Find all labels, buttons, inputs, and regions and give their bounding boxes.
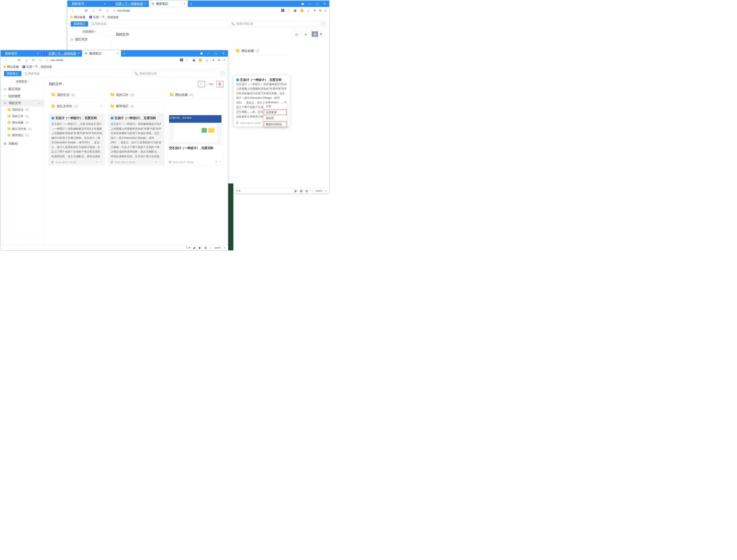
filter-dropdown[interactable]: 全部类型 ▾ [1, 78, 44, 86]
note-app-icon[interactable]: 📒 [198, 58, 202, 62]
menu-icon[interactable]: ≡ [324, 9, 326, 12]
menu-move-to[interactable]: 移动至 [263, 115, 287, 121]
note-card[interactable]: ✓互设计（一种设计）_百度百科 交互设计（一种设计）语音编辑锁定讨论4上传视频上… [108, 114, 164, 165]
stack-button[interactable]: ≋ [302, 31, 309, 38]
note-card[interactable]: ✓互设计（一种设计）_百度百科 交互设计（一种设计）_百度百科交互设计（一种设计… [49, 114, 105, 165]
open-icon[interactable]: ↗ [215, 161, 217, 164]
volume-icon[interactable]: 🔊 [294, 189, 297, 193]
folder-card[interactable]: 我的工作(0) [108, 90, 164, 99]
url-input[interactable]: i mx://note [113, 8, 278, 13]
tab-baidu[interactable]: 度 百度一下，你就知道 × [41, 50, 82, 57]
bm-baidu[interactable]: 度 百度一下，你就知道 [89, 15, 119, 19]
close-icon[interactable]: × [183, 2, 185, 6]
sidebar-sub[interactable]: 我的工作(0) [1, 113, 44, 119]
vip-icon[interactable]: V [218, 58, 220, 62]
maximize-icon[interactable]: ▢ [316, 2, 319, 6]
columns-icon[interactable]: ▥ [204, 246, 207, 249]
zoom-in-icon[interactable]: ＋ [223, 246, 226, 249]
vip-icon[interactable]: V [319, 9, 321, 12]
folder-card[interactable]: 极简笔记(0) [108, 102, 164, 111]
translate-icon[interactable]: 🅰 [281, 9, 284, 12]
menu-icon[interactable]: ≡ [223, 58, 225, 62]
new-note-button[interactable]: 新建笔记 [71, 21, 88, 27]
undo-icon[interactable]: ↶ [99, 9, 102, 12]
sidebar-sub[interactable]: 我的生活(0) [1, 107, 44, 113]
move-button[interactable]: ⇢🗀 [207, 81, 214, 87]
minimize-icon[interactable]: — [308, 2, 311, 6]
folder-card[interactable]: 网址收藏(3) [167, 90, 223, 99]
search-input[interactable]: 🔍 搜索全部记录 [229, 21, 318, 27]
new-tab-button[interactable]: ＋ [188, 1, 194, 7]
close-icon[interactable]: × [117, 52, 118, 55]
zoom-in-icon[interactable]: ＋ [324, 189, 327, 193]
minimize-icon[interactable]: — [207, 52, 210, 55]
sidebar-item-recent[interactable]: ◷ 最近添加 [1, 85, 44, 92]
url-input[interactable]: i mx://note [46, 58, 177, 63]
menu-share[interactable]: 分享 [263, 104, 287, 109]
sidebar-sub[interactable]: 网址收藏(3) [1, 119, 44, 126]
volume-icon[interactable]: 🔊 [193, 246, 196, 249]
forward-icon[interactable]: 〉 [11, 58, 14, 62]
sidepanel-icon[interactable]: ▣ [301, 2, 304, 6]
bm-favs[interactable]: 网址收藏 [3, 65, 18, 68]
folder-card-favs[interactable]: 网址收藏 (3) [233, 47, 286, 55]
breadcrumb[interactable]: 我的文件 〉 [49, 82, 65, 86]
sidebar-item-recent[interactable]: ◷ 最近添加 [67, 36, 111, 43]
filter-dropdown[interactable]: 全部类型 ▾ [67, 28, 111, 36]
tab-new[interactable]: 新标签页 × [69, 1, 108, 7]
reload-icon[interactable]: ⟳ [18, 58, 21, 62]
split-icon[interactable]: ◧ [199, 246, 201, 249]
extensions-icon[interactable]: ✦ [313, 9, 316, 12]
sync-status[interactable]: 同步完成 [24, 72, 40, 75]
bm-baidu[interactable]: 度 百度一下，你就知道 [23, 65, 52, 68]
trash-button[interactable]: 🗑 [216, 81, 223, 87]
close-window-icon[interactable]: ✕ [222, 52, 225, 55]
resource-graph-icon[interactable]: 〽 ▾ [236, 189, 240, 193]
tab-new[interactable]: 新标签页 × [2, 50, 41, 57]
star-icon[interactable]: ☆ [106, 9, 109, 12]
back-icon[interactable]: 〈 [3, 58, 7, 62]
help-icon[interactable]: ? [321, 22, 326, 26]
tab-note[interactable]: ✎ 傲游笔记 × [149, 1, 188, 7]
sidepanel-icon[interactable]: ▣ [200, 52, 203, 55]
folder-card[interactable]: 我的生活(0) [49, 90, 105, 99]
close-icon[interactable]: × [37, 52, 39, 55]
sidebar-sub[interactable]: 默认文件夹(2) [1, 126, 44, 132]
heart-icon[interactable]: ♡ [100, 161, 102, 164]
close-icon[interactable]: × [104, 2, 106, 6]
extensions-icon[interactable]: ✦ [212, 58, 214, 62]
tab-baidu[interactable]: 度 百度一下，你就知道 × [108, 1, 149, 7]
zoom-out-icon[interactable]: － [209, 246, 212, 249]
sidebar-item-files[interactable]: 🗂 我的文件 ︿ [1, 100, 44, 107]
undo-icon[interactable]: ↶ [32, 58, 35, 62]
new-tab-button[interactable]: ＋ [121, 50, 128, 57]
sync-status[interactable]: 同步完成 [91, 22, 106, 26]
menu-delete[interactable]: 删除到回收站 [263, 121, 287, 127]
back-icon[interactable]: 〈 [70, 9, 74, 12]
columns-icon[interactable]: ▥ [305, 189, 308, 193]
maximize-icon[interactable]: ▢ [214, 52, 218, 55]
resource-graph-icon[interactable]: 〽 ▾ [185, 246, 190, 249]
screenshot-icon[interactable]: ▣ [192, 58, 195, 62]
open-icon[interactable]: ↗ [96, 161, 98, 164]
moon-icon[interactable]: ☾ [287, 9, 290, 12]
split-icon[interactable]: ◧ [300, 189, 302, 193]
heart-icon[interactable]: ♡ [219, 161, 222, 164]
home-icon[interactable]: ⌂ [25, 58, 28, 62]
note-card[interactable]: 科普中国 · 科学百科 交互设计（一种设计）_百度百科 🗐2021-08-27 … [167, 114, 223, 165]
close-window-icon[interactable]: ✕ [323, 2, 326, 6]
new-note-button[interactable]: 新建笔记 [4, 71, 21, 76]
moon-icon[interactable]: ☾ [186, 58, 189, 62]
reload-icon[interactable]: ⟳ [84, 9, 88, 12]
forward-icon[interactable]: 〉 [77, 9, 81, 12]
note-app-icon[interactable]: 📒 [300, 9, 304, 12]
grid-view-icon[interactable]: ▦ [311, 31, 318, 37]
zoom-out-icon[interactable]: － [311, 189, 313, 193]
sidebar-item-fav[interactable]: ♡ 我的最爱 [1, 92, 44, 100]
help-icon[interactable]: ? [220, 71, 224, 76]
open-icon[interactable]: ↗ [155, 161, 157, 164]
sidebar-sub[interactable]: 极简笔记(0) [1, 132, 44, 139]
search-input[interactable]: 🔍 搜索全部记录 [132, 71, 217, 76]
breadcrumb[interactable]: 我的文件 〉 [116, 32, 132, 37]
heart-icon[interactable]: ♡ [159, 161, 162, 164]
